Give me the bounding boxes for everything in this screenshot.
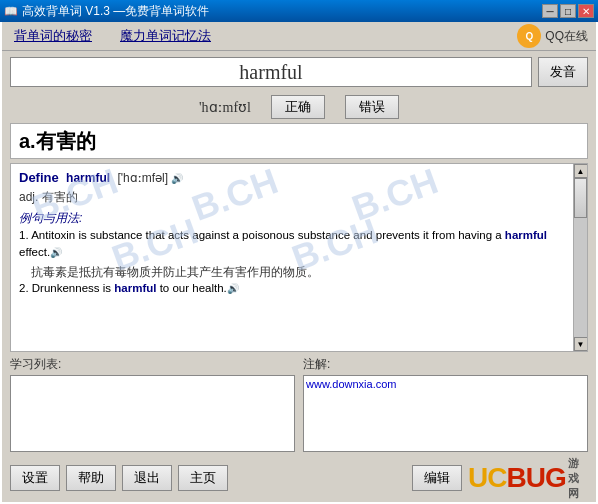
example-1: 1. Antitoxin is substance that acts agai… [19,227,565,262]
wrong-button[interactable]: 错误 [345,95,399,119]
qq-icon: Q [517,24,541,48]
bottom-area: 学习列表: 注解: www.downxia.com [2,356,596,456]
game-text: 游戏网 [568,456,588,501]
notes-box[interactable]: www.downxia.com [303,375,588,452]
app-title: 高效背单词 V1.3 —免费背单词软件 [22,3,209,20]
btn-row-right: 编辑 UCBUG 游戏网 [412,458,588,498]
btn-row-left: 设置 帮助 退出 主页 [10,465,228,491]
button-row: 设置 帮助 退出 主页 编辑 UCBUG 游戏网 [2,456,596,502]
dict-content: B.CH B.CH B.CH B.CH B.CH Define harmful … [11,164,573,351]
phonetic-text: 'hɑːmfʊl [199,99,251,116]
help-button[interactable]: 帮助 [66,465,116,491]
dict-scrollbar: ▲ ▼ [573,164,587,351]
title-bar: 📖 高效背单词 V1.3 —免费背单词软件 ─ □ ✕ [0,0,598,22]
qq-online-area: Q QQ在线 [517,24,588,48]
example-text-1: Antitoxin is substance that acts against… [19,229,547,258]
example-chinese-1: 抗毒素是抵抗有毒物质并防止其产生有害作用的物质。 [19,264,565,281]
app-icon: 📖 [4,5,18,18]
bug-part: BUG [506,462,565,493]
dict-area: B.CH B.CH B.CH B.CH B.CH Define harmful … [10,163,588,352]
dict-phonetic-text: ['hɑːmfəl] [117,171,168,185]
phonetic-area: 'hɑːmfʊl 正确 错误 [2,93,596,123]
speaker-icon-2: 🔊 [50,247,62,258]
example-title: 例句与用法: [19,210,565,227]
highlight-word-2: harmful [114,282,156,294]
main-window: 背单词的秘密 魔力单词记忆法 Q QQ在线 发音 'hɑːmfʊl 正确 错误 … [0,22,598,504]
window-controls: ─ □ ✕ [542,4,594,18]
example-title-text: 例句与用法: [19,211,82,225]
study-list-box[interactable] [10,375,295,452]
dict-word: harmful ['hɑːmfəl] 🔊 [66,171,183,185]
meaning-area: a.有害的 [10,123,588,159]
highlight-word-1: harmful [505,229,547,241]
scroll-track [574,178,587,337]
correct-button[interactable]: 正确 [271,95,325,119]
notes-area: 注解: www.downxia.com [303,356,588,452]
study-list-area: 学习列表: [10,356,295,452]
dict-define-line: Define harmful ['hɑːmfəl] 🔊 [19,170,565,185]
settings-button[interactable]: 设置 [10,465,60,491]
menu-item-magic[interactable]: 魔力单词记忆法 [116,25,215,47]
notes-label: 注解: [303,356,588,373]
example-text-2: Drunkenness is harmful to our health.🔊 [32,282,239,294]
speak-button[interactable]: 发音 [538,57,588,87]
menu-bar: 背单词的秘密 魔力单词记忆法 Q QQ在线 [2,22,596,51]
ucbug-text: UCBUG [468,462,566,494]
word-meaning: a.有害的 [19,128,96,155]
menu-item-secret[interactable]: 背单词的秘密 [10,25,96,47]
dict-word-text: harmful [66,171,110,185]
notes-link[interactable]: www.downxia.com [304,376,587,392]
minimize-button[interactable]: ─ [542,4,558,18]
title-text-group: 📖 高效背单词 V1.3 —免费背单词软件 [4,3,209,20]
exit-button[interactable]: 退出 [122,465,172,491]
example-2: 2. Drunkenness is harmful to our health.… [19,280,565,297]
scroll-down-arrow[interactable]: ▼ [574,337,588,351]
word-input[interactable] [10,57,532,87]
speaker-icon-1: 🔊 [171,173,183,184]
study-list-label: 学习列表: [10,356,295,373]
close-button[interactable]: ✕ [578,4,594,18]
speaker-icon-3: 🔊 [227,283,239,294]
scroll-thumb[interactable] [574,178,587,218]
word-area: 发音 [2,51,596,93]
qq-label: QQ在线 [545,28,588,45]
example-num-2: 2. [19,282,32,294]
edit-button[interactable]: 编辑 [412,465,462,491]
home-button[interactable]: 主页 [178,465,228,491]
uc-part: UC [468,462,506,493]
define-label: Define [19,170,59,185]
example-num-1: 1. [19,229,31,241]
dict-pos: adj. 有害的 [19,189,565,206]
scroll-up-arrow[interactable]: ▲ [574,164,588,178]
ucbug-logo: UCBUG 游戏网 [468,458,588,498]
maximize-button[interactable]: □ [560,4,576,18]
